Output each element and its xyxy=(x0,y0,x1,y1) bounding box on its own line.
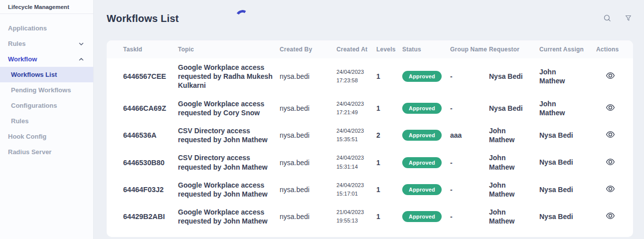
view-button[interactable] xyxy=(605,102,616,113)
task-id-cell: 6446530B80 xyxy=(107,149,178,176)
created-date: 24/04/2023 xyxy=(336,181,376,190)
column-header-taskid: TaskId xyxy=(107,40,178,58)
task-id-cell: 64464F03J2 xyxy=(107,176,178,203)
status-badge: Approved xyxy=(402,211,442,222)
levels-cell: 1 xyxy=(376,176,402,203)
sidebar-item-label: Rules xyxy=(11,117,28,125)
table-row: 64429B2ABIGoogle Workplace access reques… xyxy=(107,203,633,230)
created-at-cell: 24/04/2023 15:35:51 xyxy=(336,122,376,149)
sidebar-item-label: Pending Workflows xyxy=(11,86,71,94)
sidebar-item-applications[interactable]: Applications xyxy=(0,20,93,36)
eye-icon xyxy=(605,211,616,221)
eye-icon xyxy=(605,102,616,113)
status-badge: Approved xyxy=(402,130,442,141)
topic-cell: Google Workplace access requested by Rad… xyxy=(178,58,280,95)
filter-icon xyxy=(625,14,632,22)
sidebar-item-pending-workflows[interactable]: Pending Workflows xyxy=(0,82,93,98)
view-button[interactable] xyxy=(605,70,616,81)
created-by-cell: nysa.bedi xyxy=(280,58,336,95)
view-button[interactable] xyxy=(605,184,616,194)
status-cell: Approved xyxy=(402,122,450,149)
created-by-cell: nysa.bedi xyxy=(280,95,336,122)
sidebar-nav: ApplicationsRulesWorkflowWorkflows ListP… xyxy=(0,14,93,160)
workflows-table-card: TaskIdTopicCreated ByCreated AtLevelsSta… xyxy=(107,40,633,237)
sidebar-item-label: Configurations xyxy=(11,102,57,109)
column-header-actions: Actions xyxy=(596,40,633,58)
created-date: 24/04/2023 xyxy=(336,68,376,76)
created-at-cell: 24/04/2023 15:17:01 xyxy=(336,176,376,203)
column-header-status: Status xyxy=(402,40,450,58)
eye-icon xyxy=(605,157,616,167)
task-id-cell: 64466CA69Z xyxy=(107,95,178,122)
requestor-cell: John Mathew xyxy=(489,176,539,203)
task-id-cell: 64429B2ABI xyxy=(107,203,178,230)
table-header-row: TaskIdTopicCreated ByCreated AtLevelsSta… xyxy=(107,40,633,58)
table-row: 64464F03J2Google Workplace access reques… xyxy=(107,176,633,203)
column-header-created-at: Created At xyxy=(336,40,376,58)
current-assign-cell: Nysa Bedi xyxy=(539,122,596,149)
view-button[interactable] xyxy=(605,157,616,167)
actions-cell xyxy=(596,176,633,203)
chevron-up-icon xyxy=(78,56,84,62)
current-assign-cell: Nysa Bedi xyxy=(539,203,596,230)
levels-cell: 1 xyxy=(376,95,402,122)
created-date: 24/04/2023 xyxy=(336,100,376,108)
search-icon xyxy=(603,14,612,22)
created-at-cell: 24/04/2023 17:21:49 xyxy=(336,95,376,122)
group-name-cell: - xyxy=(450,149,489,176)
requestor-cell: John Mathew xyxy=(489,203,539,230)
status-cell: Approved xyxy=(402,95,450,122)
created-date: 24/04/2023 xyxy=(336,154,376,162)
created-by-cell: nysa.bedi xyxy=(280,176,336,203)
topic-cell: CSV Directory access requested by John M… xyxy=(178,122,280,149)
created-by-cell: nysa.bedi xyxy=(280,122,336,149)
status-badge: Approved xyxy=(402,71,442,82)
topic-cell: Google Workplace access requested by Cor… xyxy=(178,95,280,122)
sidebar-item-rules[interactable]: Rules xyxy=(0,113,93,129)
search-button[interactable] xyxy=(603,14,612,22)
status-badge: Approved xyxy=(402,103,442,114)
created-time: 17:21:49 xyxy=(336,108,376,117)
sidebar-item-label: Workflows List xyxy=(11,71,57,78)
group-name-cell: aaa xyxy=(450,122,489,149)
eye-icon xyxy=(605,129,616,140)
actions-cell xyxy=(596,149,633,176)
created-by-cell: nysa.bedi xyxy=(280,203,336,230)
task-id-cell: 6446567CEE xyxy=(107,58,178,95)
sidebar-item-workflow[interactable]: Workflow xyxy=(0,51,93,67)
table-row: 64466CA69ZGoogle Workplace access reques… xyxy=(107,95,633,122)
sidebar-item-radius-server[interactable]: Radius Server xyxy=(0,144,93,160)
sidebar-item-rules[interactable]: Rules xyxy=(0,36,93,51)
requestor-cell: Nysa Bedi xyxy=(489,58,539,95)
created-at-cell: 21/04/2023 19:55:13 xyxy=(336,203,376,230)
actions-cell xyxy=(596,203,633,230)
column-header-topic: Topic xyxy=(178,40,280,58)
view-button[interactable] xyxy=(605,211,616,221)
requestor-cell: John Mathew xyxy=(489,149,539,176)
chevron-down-icon xyxy=(78,41,84,47)
column-header-current-assign: Current Assign xyxy=(539,40,596,58)
sidebar-item-label: Radius Server xyxy=(8,148,51,156)
created-time: 15:31:14 xyxy=(336,163,376,171)
levels-cell: 2 xyxy=(376,122,402,149)
table-row: 6446536ACSV Directory access requested b… xyxy=(107,122,633,149)
created-at-cell: 24/04/2023 15:31:14 xyxy=(336,149,376,176)
requestor-cell: John Mathew xyxy=(489,122,539,149)
sidebar: Lifecycle Management ApplicationsRulesWo… xyxy=(0,0,94,239)
sidebar-item-label: Hook Config xyxy=(8,133,46,140)
created-date: 24/04/2023 xyxy=(336,127,376,135)
sidebar-item-workflows-list[interactable]: Workflows List xyxy=(0,67,93,82)
view-button[interactable] xyxy=(605,129,616,140)
current-assign-cell: John Mathew xyxy=(539,58,596,95)
sidebar-item-hook-config[interactable]: Hook Config xyxy=(0,129,93,144)
sidebar-item-configurations[interactable]: Configurations xyxy=(0,98,93,113)
workflows-table: TaskIdTopicCreated ByCreated AtLevelsSta… xyxy=(107,40,633,230)
filter-button[interactable] xyxy=(625,14,632,22)
sidebar-title: Lifecycle Management xyxy=(0,0,93,14)
created-time: 15:35:51 xyxy=(336,135,376,144)
status-badge: Approved xyxy=(402,184,442,195)
page-title: Workflows List xyxy=(107,13,633,24)
status-cell: Approved xyxy=(402,176,450,203)
group-name-cell: - xyxy=(450,58,489,95)
current-assign-cell: Nysa Bedi xyxy=(539,176,596,203)
